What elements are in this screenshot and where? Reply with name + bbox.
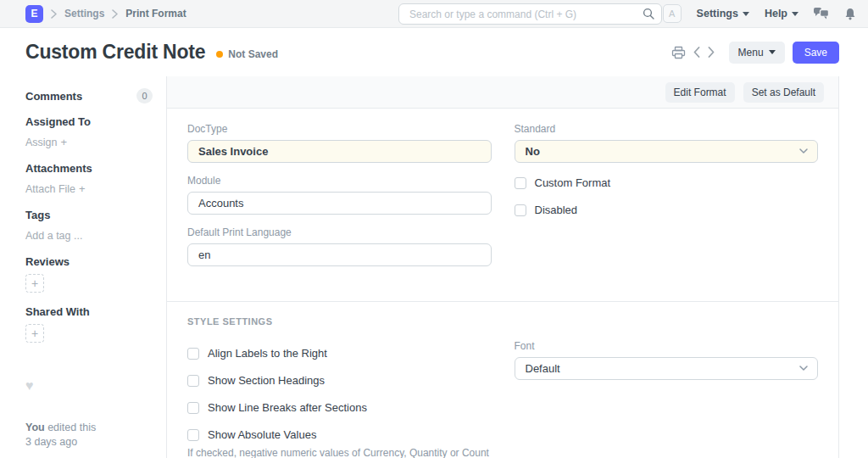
font-field: Font Default [515,340,819,380]
settings-menu-label: Settings [697,8,738,20]
disabled-checkbox-row[interactable]: Disabled [515,204,819,216]
form-sidebar: Comments 0 Assigned To Assign+ Attachmen… [0,76,166,458]
absolute-values-label: Show Absolute Values [208,428,316,441]
standard-label: Standard [515,123,819,135]
unsaved-dot-icon [216,51,223,58]
style-settings-grid: Align Labels to the Right Show Section H… [187,340,818,458]
app-window: E Settings Print Format A Settings [0,0,868,458]
module-label: Module [187,175,492,187]
style-settings-section: STYLE SETTINGS Align Labels to the Right… [167,302,838,458]
app-logo[interactable]: E [25,5,43,23]
align-labels-label: Align Labels to the Right [208,347,327,360]
breadcrumb-settings[interactable]: Settings [64,8,104,20]
save-button[interactable]: Save [793,42,839,64]
navbar: E Settings Print Format A Settings [0,0,868,28]
doctype-input[interactable]: Sales Invoice [187,140,492,163]
caret-down-icon [792,12,798,16]
add-tag-input[interactable]: Add a tag ... [25,230,82,242]
custom-format-label: Custom Format [535,176,611,189]
font-select[interactable]: Default [515,357,819,380]
caret-down-icon [743,12,749,16]
edit-format-button[interactable]: Edit Format [665,82,735,103]
shared-with-heading: Shared With [25,305,153,318]
plus-icon: + [61,136,68,148]
like-heart-icon[interactable]: ♥ [25,378,153,394]
help-menu-label: Help [765,8,787,20]
style-settings-left-column: Align Labels to the Right Show Section H… [187,340,492,458]
absolute-values-help-text: If checked, negative numeric values of C… [187,446,492,458]
comments-link[interactable]: Comments [25,90,82,103]
print-icon[interactable] [671,46,686,59]
style-settings-heading: STYLE SETTINGS [187,316,818,327]
absolute-values-checkbox-row[interactable]: Show Absolute Values [187,428,492,441]
notifications-bell-icon[interactable] [844,8,856,20]
page-actions: Menu Save [671,42,839,64]
tags-section: Tags Add a tag ... [25,209,153,243]
module-input[interactable]: Accounts [187,192,492,215]
app-logo-letter: E [31,8,37,20]
doctype-label: DocType [187,123,492,135]
section-headings-checkbox-row[interactable]: Show Section Headings [187,374,492,387]
help-menu[interactable]: Help [765,8,798,20]
global-search [398,3,662,25]
chevron-down-icon [799,148,808,154]
shared-with-section: Shared With + [25,305,153,343]
section-headings-label: Show Section Headings [208,374,325,387]
line-breaks-label: Show Line Breaks after Sections [208,401,367,414]
line-breaks-checkbox[interactable] [187,402,199,414]
disabled-label: Disabled [535,204,578,216]
chat-icon[interactable] [814,8,829,20]
breadcrumb-print-format[interactable]: Print Format [125,8,186,20]
search-icon [643,8,654,20]
add-share-button[interactable]: + [25,324,44,343]
caret-down-icon [769,50,776,54]
section-headings-checkbox[interactable] [187,375,199,387]
page-head: Custom Credit Note Not Saved Menu [0,28,868,76]
modified-when: 3 days ago [25,435,96,450]
next-record-icon[interactable] [708,47,715,58]
custom-format-checkbox-row[interactable]: Custom Format [515,176,819,189]
custom-format-checkbox[interactable] [515,177,526,189]
form-main: Edit Format Set as Default DocType Sales… [166,76,839,458]
search-input[interactable] [398,3,662,25]
breadcrumb-chevron-icon [112,9,118,19]
style-settings-right-column: Font Default [515,340,819,458]
absolute-values-checkbox[interactable] [187,429,199,441]
print-language-input[interactable]: en [187,243,492,266]
line-breaks-checkbox-row[interactable]: Show Line Breaks after Sections [187,401,492,414]
breadcrumb-chevron-icon [51,9,57,19]
align-labels-checkbox[interactable] [187,348,199,360]
assigned-to-section: Assigned To Assign+ [25,115,153,149]
menu-button[interactable]: Menu [729,42,785,64]
navbar-right: A Settings Help [663,4,856,23]
tags-heading: Tags [25,209,153,221]
standard-select[interactable]: No [515,140,819,163]
plus-icon: + [79,182,86,195]
print-language-label: Default Print Language [187,226,492,238]
attachments-section: Attachments Attach File+ [25,162,153,196]
menu-button-label: Menu [738,47,764,59]
align-labels-checkbox-row[interactable]: Align Labels to the Right [187,347,492,360]
set-as-default-button[interactable]: Set as Default [743,82,824,103]
attachments-heading: Attachments [25,162,153,175]
modified-action: edited this [47,422,96,433]
disabled-checkbox[interactable] [515,204,526,216]
reviews-section: Reviews + [25,255,153,293]
assign-button[interactable]: Assign+ [25,137,67,148]
print-language-field: Default Print Language en [187,226,492,266]
add-review-button[interactable]: + [25,274,44,293]
status-badge: Not Saved [216,48,278,60]
form-inner-toolbar: Edit Format Set as Default [167,76,838,109]
modified-by: You [25,422,45,433]
prev-record-icon[interactable] [693,47,700,58]
attach-file-button[interactable]: Attach File+ [25,183,86,195]
module-field: Module Accounts [187,175,492,215]
modified-info: You edited this 3 days ago [25,421,96,450]
standard-field: Standard No [515,123,819,163]
avatar[interactable]: A [663,4,682,23]
settings-menu[interactable]: Settings [697,8,749,20]
main-section-left-column: DocType Sales Invoice Module Accounts De… [187,123,492,278]
doctype-field: DocType Sales Invoice [187,123,492,163]
page-title: Custom Credit Note [25,41,205,64]
chevron-down-icon [799,366,808,371]
